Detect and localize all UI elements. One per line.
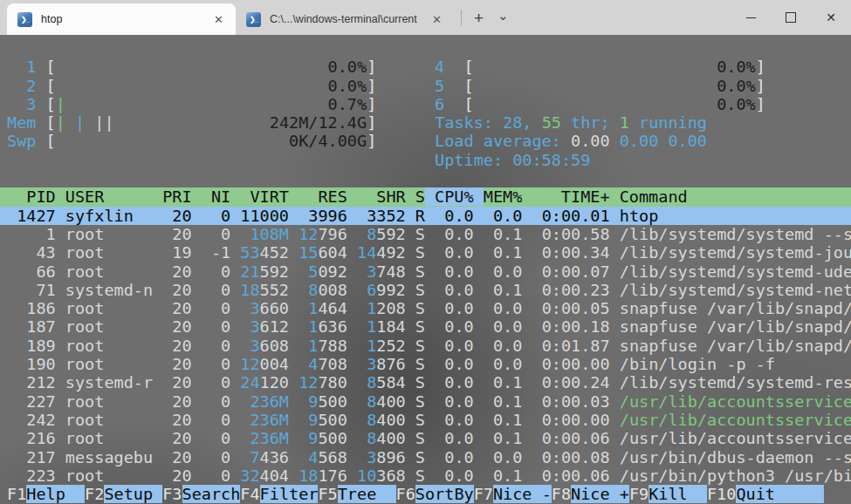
swp-meter-value: 0K/4.00G	[289, 132, 367, 150]
fkey-f1-key[interactable]: F1	[7, 485, 26, 503]
fkey-f3-key[interactable]: F3	[162, 485, 182, 503]
process-cells: 212 systemd-r 20 0	[7, 373, 240, 392]
fkey-f5-key[interactable]: F5	[318, 485, 337, 503]
process-cells: S 0.0 0.1 0:00.58	[415, 225, 620, 243]
cpu-meter-row: 1 [ 0.0%] 4 [ 0.0%]	[0, 58, 851, 76]
mem-meter-close-bracket: ]	[367, 113, 376, 132]
mem-meter-open-bracket: [	[46, 113, 56, 132]
process-cells: 186 root 20 0	[7, 299, 240, 317]
process-table-header[interactable]: PID USER PRI NI VIRT RES SHR S CPU% MEM%…	[0, 187, 851, 206]
cpu-meter-row: 2 [ 0.0%] 5 [ 0.0%]	[0, 77, 851, 95]
fkey-f6-label[interactable]: SortBy	[415, 485, 474, 503]
cpu-meter-row: 3 [| 0.7%] 6 [ 0.0%]	[0, 95, 851, 113]
fkey-f8-label[interactable]: Nice +	[571, 485, 629, 503]
mem-meter-bar	[85, 113, 94, 132]
header-columns: MEM% TIME+ Command	[484, 187, 688, 206]
window-controls: ✕	[731, 0, 851, 35]
process-row[interactable]: 187 root 20 0 3612 1636 1184 S 0.0 0.0 0…	[0, 317, 851, 336]
fkey-f5-label[interactable]: Tree	[338, 485, 396, 503]
process-cells: 66 root 20 0	[7, 262, 240, 281]
maximize-icon	[786, 12, 796, 23]
minimize-button[interactable]	[731, 0, 771, 35]
fkey-f7-key[interactable]: F7	[474, 485, 493, 503]
fkey-f6-key[interactable]: F6	[396, 485, 415, 503]
fkey-f7-label[interactable]: Nice -	[493, 485, 552, 503]
cpu3-meter-bar: |	[56, 95, 65, 113]
mem-meter-label: Mem	[7, 113, 46, 132]
new-tab-button[interactable]: +	[469, 10, 489, 26]
process-cells: S 0.0 0.0 0:00.08	[415, 448, 620, 467]
process-cells: 190 root 20 0	[7, 355, 240, 373]
cpu3-meter-value: 0.7%	[328, 95, 367, 113]
cpu5-meter-close-bracket: ]	[756, 77, 765, 95]
cpu1-meter-value: 0.0%	[328, 58, 367, 76]
titlebar: ❯_ htop ✕ ❯_ C:\...\windows-terminal\cur…	[0, 0, 851, 35]
close-button[interactable]: ✕	[811, 0, 851, 35]
cpu4-meter-open-bracket: [	[464, 58, 474, 76]
process-row[interactable]: 212 systemd-r 20 0 24120 12780 8584 S 0.…	[0, 373, 851, 392]
fkey-f9-label[interactable]: Kill	[649, 485, 707, 503]
fkey-f10-label[interactable]: Quit	[736, 485, 823, 503]
fkey-f3-label[interactable]: Search	[182, 485, 241, 503]
mem-tasks-row: Mem [| | || 242M/12.4G] Tasks: 28, 55 th…	[0, 113, 851, 132]
fkey-f10-key[interactable]: F10	[707, 485, 736, 503]
tab-dropdown-icon[interactable]: ⌄	[489, 9, 518, 27]
process-command: /usr/lib/accountsservice/	[620, 429, 851, 447]
blank-line	[0, 169, 851, 187]
swp-meter-label: Swp	[7, 132, 46, 150]
cpu4-meter-label: 4	[435, 58, 463, 76]
process-row[interactable]: 227 root 20 0 236M 9500 8400 S 0.0 0.1 0…	[0, 392, 851, 411]
maximize-button[interactable]	[771, 0, 811, 35]
fkey-f9-key[interactable]: F9	[629, 485, 649, 503]
process-command: htop	[620, 207, 659, 225]
process-row[interactable]: 1 root 20 0 108M 12796 8592 S 0.0 0.1 0:…	[0, 225, 851, 243]
fkey-f8-key[interactable]: F8	[552, 485, 571, 503]
minimize-icon	[746, 17, 756, 18]
cpu1-meter-label: 1	[7, 58, 46, 76]
fkey-f1-label[interactable]: Help	[26, 485, 85, 503]
process-row[interactable]: 189 root 20 0 3608 1788 1252 S 0.0 0.0 0…	[0, 337, 851, 355]
cpu6-meter-open-bracket: [	[464, 95, 474, 113]
process-command: snapfuse /var/lib/snapd/s	[620, 299, 851, 317]
process-row[interactable]: 242 root 20 0 236M 9500 8400 S 0.0 0.1 0…	[0, 411, 851, 429]
process-row[interactable]: 223 root 20 0 32404 18176 10368 S 0.0 0.…	[0, 467, 851, 485]
swp-meter-close-bracket: ]	[367, 132, 376, 150]
process-row[interactable]: 190 root 20 0 12004 4708 3876 S 0.0 0.0 …	[0, 355, 851, 373]
process-cells: 43 root 19 -1	[7, 243, 240, 262]
process-cells: S 0.0 0.1 0:00.06	[415, 429, 620, 447]
cpu2-meter-open-bracket: [	[46, 77, 56, 95]
close-tab-icon[interactable]: ✕	[210, 12, 227, 27]
process-row[interactable]: 186 root 20 0 3660 1464 1208 S 0.0 0.0 0…	[0, 299, 851, 317]
process-cells: 71 systemd-n 20 0	[7, 281, 240, 299]
tab-htop[interactable]: ❯_ htop ✕	[7, 3, 236, 35]
process-cells: 216 root 20 0	[7, 429, 240, 447]
process-row[interactable]: 66 root 20 0 21592 5092 3748 S 0.0 0.0 0…	[0, 262, 851, 281]
cpu5-meter-label: 5	[435, 77, 463, 95]
cpu6-meter-value: 0.0%	[717, 95, 756, 113]
fkey-f2-label[interactable]: Setup	[104, 485, 162, 503]
fkey-f4-key[interactable]: F4	[240, 485, 259, 503]
process-row[interactable]: 1427 syfxlin 20 0 11000 3996 3352 R 0.0 …	[0, 207, 851, 225]
powershell-icon: ❯_	[246, 12, 261, 27]
process-row[interactable]: 217 messagebu 20 0 7436 4568 3896 S 0.0 …	[0, 448, 851, 467]
terminal-screen[interactable]: 1 [ 0.0%] 4 [ 0.0%] 2 [ 0.0%] 5 [ 0.0%] …	[0, 35, 851, 504]
process-row[interactable]: 71 systemd-n 20 0 18552 8008 6992 S 0.0 …	[0, 281, 851, 299]
process-command: /lib/systemd/systemd-jour	[620, 243, 851, 262]
blank-line	[0, 39, 851, 58]
cpu5-meter-value: 0.0%	[717, 77, 756, 95]
mem-meter-bar: ||	[94, 113, 113, 132]
process-cells: S 0.0 0.0 0:00.18	[415, 317, 620, 336]
process-command: /usr/bin/dbus-daemon --sy	[620, 448, 851, 467]
cpu3-meter-label: 3	[7, 95, 46, 113]
sort-column-cpu[interactable]: CPU%	[425, 187, 484, 206]
process-cells: 227 root 20 0	[7, 392, 240, 411]
cpu2-meter-value: 0.0%	[328, 77, 367, 95]
tab-windows-terminal-current[interactable]: ❯_ C:\...\windows-terminal\current ✕	[236, 3, 454, 35]
fkey-f4-label[interactable]: Filter	[260, 485, 319, 503]
process-cells: 187 root 20 0	[7, 317, 240, 336]
process-cells: S 0.0 0.1 0:00.06	[415, 467, 620, 485]
fkey-f2-key[interactable]: F2	[85, 485, 104, 503]
process-row[interactable]: 43 root 19 -1 53452 15604 14492 S 0.0 0.…	[0, 243, 851, 262]
close-tab-icon[interactable]: ✕	[429, 12, 445, 27]
process-row[interactable]: 216 root 20 0 236M 9500 8400 S 0.0 0.1 0…	[0, 429, 851, 447]
